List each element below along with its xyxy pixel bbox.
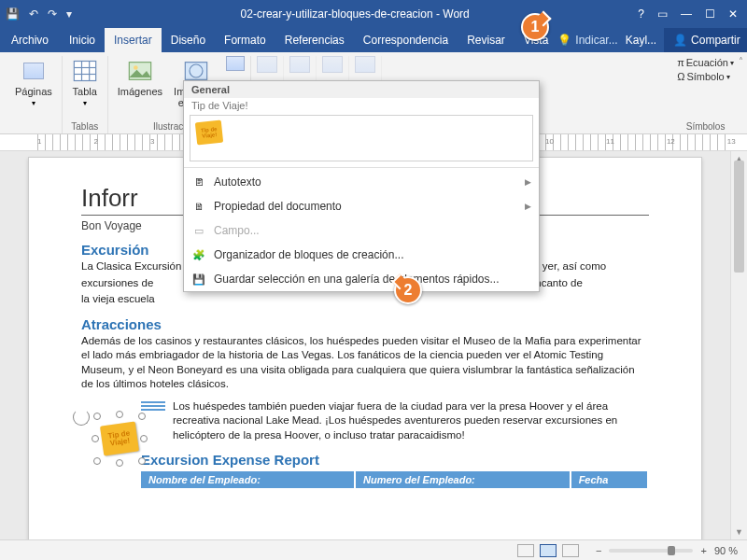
chevron-down-icon: ▾ — [730, 59, 734, 67]
redo-icon[interactable]: ↷ — [48, 7, 57, 21]
qat-dropdown-icon[interactable]: ▾ — [66, 7, 72, 21]
imagenes-label: Imágenes — [118, 86, 162, 97]
svg-point-6 — [134, 65, 138, 70]
menu-propiedad-documento[interactable]: 🗎 Propiedad del documento ▶ — [184, 194, 539, 218]
resize-handle[interactable] — [92, 435, 99, 442]
save-icon[interactable]: 💾 — [6, 7, 20, 21]
simbolo-button[interactable]: Ω Símbolo ▾ — [675, 70, 736, 83]
annotation-badge-1: 1 — [521, 13, 549, 41]
group-label-simbolos: Símbolos — [686, 121, 726, 133]
paginas-button[interactable]: Páginas ▾ — [11, 56, 56, 109]
maximize-icon[interactable]: ☐ — [705, 7, 715, 21]
resize-handle[interactable] — [138, 413, 146, 420]
tell-me-box[interactable]: 💡 Indicar... — [557, 34, 617, 47]
view-buttons — [517, 544, 579, 557]
read-mode-icon[interactable] — [517, 544, 534, 557]
table-header-row: Nombre del Empleado: Numero del Empleado… — [141, 471, 648, 488]
doc-heading-expense: Excursion Expense Report — [141, 452, 649, 468]
zoom-in-icon[interactable]: + — [700, 545, 706, 556]
tell-me-label: Indicar... — [575, 34, 617, 47]
user-name[interactable]: Kayl... — [618, 34, 664, 47]
title-bar: 💾 ↶ ↷ ▾ 02-crear-y-utilizar-bloques-de-c… — [0, 0, 747, 28]
group-label-paginas — [32, 121, 35, 133]
generic-icon — [289, 56, 310, 73]
tab-revisar[interactable]: Revisar — [458, 28, 514, 52]
tip-shape-selected[interactable]: Tip de Viaje! — [95, 414, 144, 463]
tabla-label: Tabla — [73, 86, 97, 97]
ecuacion-label: Ecuación — [686, 57, 728, 68]
gallery-header: General — [184, 81, 539, 98]
table-icon — [72, 58, 98, 84]
menu-autotexto[interactable]: 🖹 Autotexto ▶ — [184, 170, 539, 194]
doc-paragraph: Los huéspedes también pueden viajar fuer… — [173, 399, 649, 443]
shapes-icon[interactable] — [226, 56, 245, 71]
zoom-slider[interactable] — [609, 549, 693, 553]
tab-correspondencia[interactable]: Correspondencia — [354, 28, 458, 52]
undo-icon[interactable]: ↶ — [29, 7, 38, 21]
zoom-knob[interactable] — [668, 546, 675, 555]
tab-diseno[interactable]: Diseño — [162, 28, 215, 52]
generic-icon — [322, 56, 343, 73]
th-nombre: Nombre del Empleado: — [141, 471, 355, 488]
share-label: Compartir — [691, 28, 740, 52]
tab-inicio[interactable]: Inicio — [60, 28, 105, 52]
group-label-tablas: Tablas — [71, 121, 98, 133]
group-paginas: Páginas ▾ — [6, 56, 63, 133]
ruler-number: 12 — [667, 137, 675, 146]
ecuacion-button[interactable]: π Ecuación ▾ — [675, 56, 736, 69]
collapse-ribbon-icon[interactable]: ˄ — [739, 56, 743, 66]
simbolo-label: Símbolo — [686, 71, 724, 82]
menu-campo: ▭ Campo... — [184, 218, 539, 243]
callout-block: Los huéspedes también pueden viajar fuer… — [81, 399, 649, 443]
tab-referencias[interactable]: Referencias — [275, 28, 354, 52]
symbol-icon: Ω — [677, 71, 684, 82]
print-layout-icon[interactable] — [540, 544, 557, 557]
vertical-scrollbar[interactable]: ▲ ▼ — [730, 151, 747, 539]
generic-icon — [355, 56, 375, 73]
zoom-level[interactable]: 90 % — [714, 545, 738, 556]
submenu-arrow-icon: ▶ — [525, 202, 531, 211]
resize-handle[interactable] — [116, 411, 123, 418]
menu-label: Propiedad del documento — [214, 200, 342, 213]
resize-handle[interactable] — [138, 457, 146, 465]
menu-organizador-bloques[interactable]: 🧩 Organizador de bloques de creación... — [184, 243, 539, 267]
autotext-icon: 🖹 — [191, 175, 206, 189]
tab-formato[interactable]: Formato — [215, 28, 275, 52]
help-icon[interactable]: ? — [638, 7, 644, 21]
menu-label: Organizador de bloques de creación... — [214, 248, 403, 261]
chevron-down-icon: ▾ — [83, 99, 87, 107]
status-bar: − + 90 % — [0, 539, 747, 560]
resize-handle[interactable] — [93, 457, 101, 465]
text-wrap-icon — [141, 401, 165, 414]
resize-handle[interactable] — [116, 459, 123, 467]
ruler-number: 11 — [606, 137, 614, 146]
scroll-down-icon[interactable]: ▼ — [731, 525, 747, 539]
tab-archivo[interactable]: Archivo — [0, 28, 60, 52]
ribbon-tabs: Archivo Inicio Insertar Diseño Formato R… — [0, 28, 747, 52]
shapes-smartart-col — [226, 56, 245, 71]
imagenes-button[interactable]: Imágenes — [114, 56, 166, 99]
ruler-number: 2 — [93, 137, 97, 146]
minimize-icon[interactable]: — — [681, 7, 692, 21]
share-icon: 👤 — [673, 28, 687, 52]
gallery-item[interactable]: Tip de Viaje! — [190, 115, 533, 161]
doc-property-icon: 🗎 — [191, 199, 206, 214]
ruler-number: 13 — [727, 137, 736, 146]
scroll-thumb[interactable] — [734, 161, 744, 273]
menu-guardar-seleccion[interactable]: 💾 Guardar selección en una galería de el… — [184, 267, 539, 291]
submenu-arrow-icon: ▶ — [525, 177, 531, 187]
rotate-handle-icon[interactable] — [73, 409, 90, 426]
display-options-icon[interactable]: ▭ — [657, 7, 668, 21]
menu-label: Guardar selección en una galería de elem… — [214, 273, 500, 286]
group-tablas: Tabla ▾ Tablas — [63, 56, 108, 133]
resize-handle[interactable] — [140, 435, 148, 442]
doc-paragraph: Además de los casinos y restaurantes clá… — [81, 334, 649, 392]
resize-handle[interactable] — [93, 413, 101, 420]
tabla-button[interactable]: Tabla ▾ — [68, 56, 102, 109]
web-layout-icon[interactable] — [562, 544, 579, 557]
group-simbolos: π Ecuación ▾ Ω Símbolo ▾ Símbolos — [669, 56, 741, 133]
share-button[interactable]: 👤 Compartir — [664, 28, 747, 52]
close-icon[interactable]: ✕ — [728, 7, 738, 21]
zoom-out-icon[interactable]: − — [596, 545, 601, 556]
tab-insertar[interactable]: Insertar — [105, 28, 162, 52]
